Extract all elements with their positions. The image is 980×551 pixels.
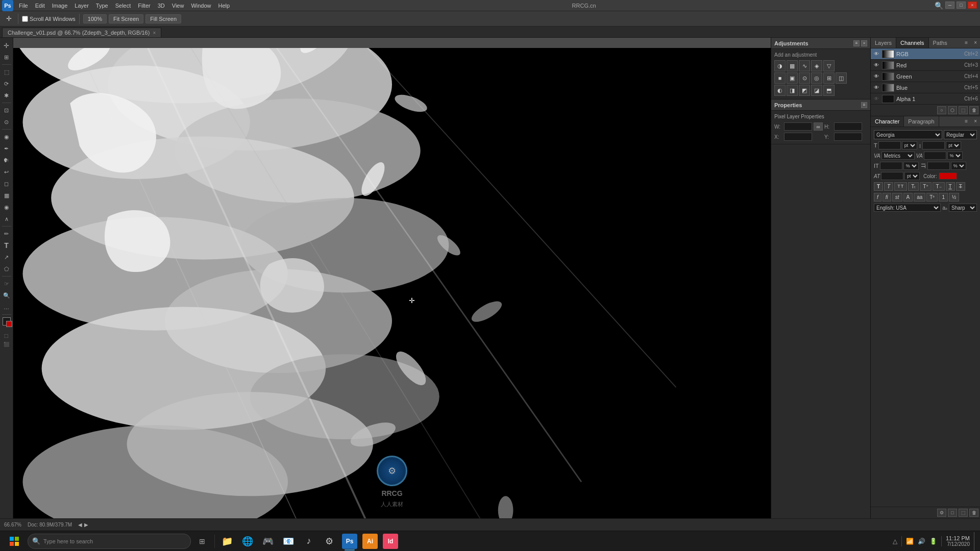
adj-icon-hsl[interactable]: ■ bbox=[774, 72, 786, 84]
x-input[interactable]: 0 px bbox=[784, 133, 812, 141]
at-unit[interactable]: pt bbox=[904, 172, 920, 180]
props-panel-menu[interactable]: ≡ bbox=[861, 102, 867, 108]
channel-rgb[interactable]: 👁 RGB Ctrl+2 bbox=[871, 48, 980, 60]
tool-eraser[interactable]: ◻ bbox=[1, 178, 12, 189]
menu-view[interactable]: View bbox=[168, 2, 188, 10]
tool-quick-select[interactable]: ✱ bbox=[1, 90, 12, 101]
style-btn-strikethrough[interactable]: T bbox=[956, 182, 965, 191]
glyph-btn-aa[interactable]: A bbox=[903, 193, 913, 202]
menu-help[interactable]: Help bbox=[215, 2, 234, 10]
adj-icon-selective-color[interactable]: ⬒ bbox=[823, 85, 835, 96]
va-metrics-select[interactable]: Metrics bbox=[881, 152, 915, 160]
channel-red-eye[interactable]: 👁 bbox=[873, 62, 880, 69]
tool-history[interactable]: ↩ bbox=[1, 166, 12, 178]
character-panel-collapse[interactable]: ≡ bbox=[962, 116, 971, 127]
adj-icon-vibrance[interactable]: ▽ bbox=[823, 60, 835, 71]
fill-screen-button[interactable]: Fill Screen bbox=[145, 14, 181, 23]
adj-icon-invert[interactable]: ◐ bbox=[774, 85, 786, 96]
tool-shape[interactable]: ⬠ bbox=[1, 263, 12, 274]
it-horiz-unit[interactable]: % bbox=[903, 162, 919, 170]
tool-brush[interactable]: ✒ bbox=[1, 143, 12, 154]
taskbar-mail[interactable]: 📧 bbox=[279, 532, 298, 550]
tool-more[interactable]: … bbox=[1, 302, 12, 313]
glyph-btn-st[interactable]: st bbox=[892, 193, 902, 202]
font-family-select[interactable]: Georgia bbox=[874, 130, 942, 139]
tool-hand[interactable]: ☞ bbox=[1, 278, 12, 289]
anti-alias-select[interactable]: Sharp bbox=[949, 204, 977, 212]
adj-icon-exposure[interactable]: ◈ bbox=[811, 60, 822, 71]
taskbar-indesign[interactable]: Id bbox=[381, 532, 400, 550]
style-btn-underline[interactable]: T bbox=[946, 182, 955, 191]
font-size-input[interactable]: 6 pt bbox=[878, 141, 901, 149]
channel-green[interactable]: 👁 Green Ctrl+4 bbox=[871, 71, 980, 82]
tool-gradient[interactable]: ▦ bbox=[1, 190, 12, 201]
char-panel-btn2[interactable]: □ bbox=[948, 509, 957, 517]
menu-3d[interactable]: 3D bbox=[154, 2, 168, 10]
character-panel-close[interactable]: × bbox=[971, 116, 980, 127]
channels-panel-menu[interactable]: ≡ bbox=[962, 38, 971, 48]
menu-edit[interactable]: Edit bbox=[32, 2, 48, 10]
adjustments-panel-header[interactable]: Adjustments ≡ × bbox=[771, 38, 870, 49]
adj-icon-threshold[interactable]: ◩ bbox=[799, 85, 810, 96]
window-restore[interactable]: □ bbox=[957, 2, 966, 9]
taskbar-browser[interactable]: 🌐 bbox=[238, 532, 257, 550]
channel-load-selection[interactable]: ○ bbox=[937, 106, 946, 114]
color-swatch[interactable] bbox=[939, 172, 957, 180]
channel-blue-eye[interactable]: 👁 bbox=[873, 84, 880, 91]
adj-icon-curves[interactable]: ∿ bbox=[799, 60, 810, 71]
tool-text[interactable]: T bbox=[1, 240, 12, 251]
it-vert-input[interactable]: 100% bbox=[927, 162, 950, 170]
tool-crop[interactable]: ⊡ bbox=[1, 105, 12, 116]
y-input[interactable]: 812 px bbox=[834, 133, 862, 141]
style-btn-uppercase[interactable]: TT bbox=[894, 182, 907, 191]
systray-network[interactable]: 📶 bbox=[906, 538, 914, 545]
fit-screen-button[interactable]: Fit Screen bbox=[109, 14, 143, 23]
show-desktop[interactable] bbox=[974, 532, 977, 550]
document-tab[interactable]: Challenge_v01.psd @ 66.7% (Zdepth_3_dept… bbox=[2, 28, 161, 37]
systray-volume[interactable]: 🔊 bbox=[918, 538, 925, 545]
at-input[interactable]: 0 pt bbox=[881, 172, 903, 180]
menu-select[interactable]: Select bbox=[112, 2, 135, 10]
menu-type[interactable]: Type bbox=[92, 2, 112, 10]
channels-panel-close[interactable]: × bbox=[971, 38, 980, 48]
document-tab-close[interactable]: × bbox=[153, 30, 156, 36]
taskbar-photoshop[interactable]: Ps bbox=[342, 534, 357, 549]
h-input[interactable] bbox=[834, 122, 862, 131]
channel-alpha1-eye[interactable]: 👁 bbox=[873, 95, 880, 103]
channel-new-channel[interactable]: ⬚ bbox=[959, 106, 968, 114]
taskbar-store[interactable]: 🎮 bbox=[259, 532, 277, 550]
search-box[interactable]: 🔍 Type here to search bbox=[28, 534, 191, 549]
systray-icons[interactable]: △ bbox=[893, 538, 897, 545]
style-btn-bold[interactable]: T bbox=[874, 182, 883, 191]
glyph-btn-aa2[interactable]: aa bbox=[914, 193, 925, 202]
char-panel-btn4[interactable]: 🗑 bbox=[969, 509, 978, 517]
tool-artboard[interactable]: ⊞ bbox=[1, 52, 12, 63]
glyph-btn-fi[interactable]: fi bbox=[883, 193, 891, 202]
tab-paragraph[interactable]: Paragraph bbox=[904, 116, 939, 127]
style-btn-superscript[interactable]: T⁺ bbox=[920, 182, 932, 191]
adj-icon-levels[interactable]: ▦ bbox=[787, 60, 798, 71]
foreground-color[interactable] bbox=[3, 317, 11, 325]
taskview-button[interactable]: ⊞ bbox=[193, 532, 211, 550]
channel-save-selection[interactable]: ⬡ bbox=[948, 106, 957, 114]
style-btn-italic[interactable]: T bbox=[884, 182, 893, 191]
menu-layer[interactable]: Layer bbox=[71, 2, 92, 10]
style-btn-smallcaps[interactable]: Tₜ bbox=[908, 182, 919, 191]
channel-rgb-eye[interactable]: 👁 bbox=[873, 51, 880, 58]
char-panel-btn1[interactable]: ⚙ bbox=[937, 509, 946, 517]
font-style-select[interactable]: Regular bbox=[944, 130, 977, 139]
glyph-btn-ordinal[interactable]: Tᵃ bbox=[926, 193, 938, 202]
status-arrow-right[interactable]: ▶ bbox=[84, 522, 88, 528]
menu-window[interactable]: Window bbox=[187, 2, 214, 10]
adj-panel-close[interactable]: × bbox=[861, 40, 867, 46]
adj-icon-bw[interactable]: ⊙ bbox=[799, 72, 810, 84]
tool-clone[interactable]: 🗣 bbox=[1, 155, 12, 166]
channel-green-eye[interactable]: 👁 bbox=[873, 73, 880, 80]
adj-icon-photo-filter[interactable]: ◎ bbox=[811, 72, 822, 84]
style-btn-subscript[interactable]: T₋ bbox=[933, 182, 944, 191]
link-wh-button[interactable]: ∞ bbox=[814, 122, 823, 131]
search-icon-global[interactable]: 🔍 bbox=[935, 2, 943, 10]
taskbar-music[interactable]: ♪ bbox=[300, 532, 318, 550]
tab-channels[interactable]: Channels bbox=[896, 38, 928, 48]
tool-pen[interactable]: ✏ bbox=[1, 228, 12, 239]
